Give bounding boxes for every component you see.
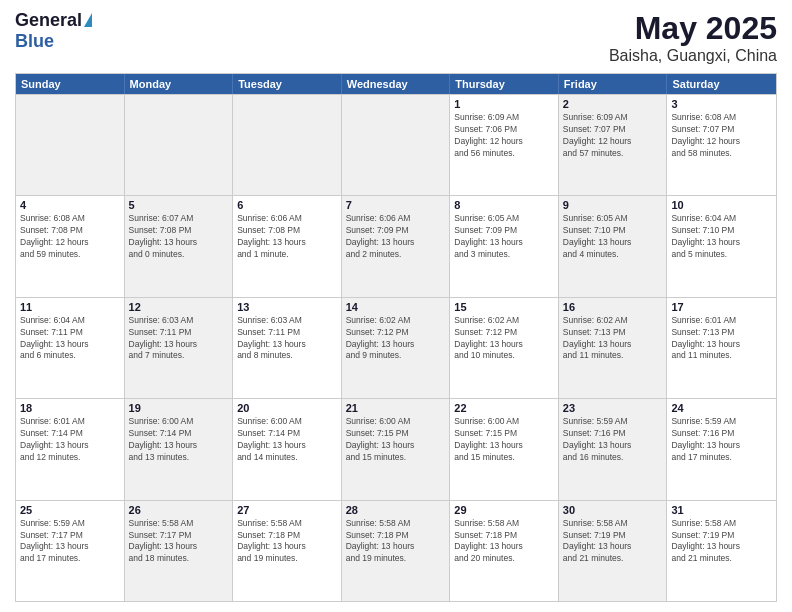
calendar-cell: 16Sunrise: 6:02 AM Sunset: 7:13 PM Dayli…: [559, 298, 668, 398]
calendar-cell: [233, 95, 342, 195]
day-number: 1: [454, 98, 554, 110]
day-number: 31: [671, 504, 772, 516]
calendar: SundayMondayTuesdayWednesdayThursdayFrid…: [15, 73, 777, 602]
calendar-cell: 25Sunrise: 5:59 AM Sunset: 7:17 PM Dayli…: [16, 501, 125, 601]
calendar-cell: [342, 95, 451, 195]
cell-info: Sunrise: 6:02 AM Sunset: 7:12 PM Dayligh…: [454, 315, 554, 363]
weekday-header: Wednesday: [342, 74, 451, 94]
weekday-header: Sunday: [16, 74, 125, 94]
day-number: 5: [129, 199, 229, 211]
calendar-row: 18Sunrise: 6:01 AM Sunset: 7:14 PM Dayli…: [16, 398, 776, 499]
calendar-cell: 23Sunrise: 5:59 AM Sunset: 7:16 PM Dayli…: [559, 399, 668, 499]
cell-info: Sunrise: 6:06 AM Sunset: 7:09 PM Dayligh…: [346, 213, 446, 261]
calendar-row: 1Sunrise: 6:09 AM Sunset: 7:06 PM Daylig…: [16, 94, 776, 195]
weekday-header: Thursday: [450, 74, 559, 94]
cell-info: Sunrise: 6:05 AM Sunset: 7:10 PM Dayligh…: [563, 213, 663, 261]
day-number: 11: [20, 301, 120, 313]
cell-info: Sunrise: 6:09 AM Sunset: 7:07 PM Dayligh…: [563, 112, 663, 160]
day-number: 27: [237, 504, 337, 516]
cell-info: Sunrise: 6:09 AM Sunset: 7:06 PM Dayligh…: [454, 112, 554, 160]
cell-info: Sunrise: 6:00 AM Sunset: 7:14 PM Dayligh…: [129, 416, 229, 464]
calendar-cell: 28Sunrise: 5:58 AM Sunset: 7:18 PM Dayli…: [342, 501, 451, 601]
day-number: 2: [563, 98, 663, 110]
calendar-cell: 18Sunrise: 6:01 AM Sunset: 7:14 PM Dayli…: [16, 399, 125, 499]
calendar-row: 4Sunrise: 6:08 AM Sunset: 7:08 PM Daylig…: [16, 195, 776, 296]
calendar-cell: 5Sunrise: 6:07 AM Sunset: 7:08 PM Daylig…: [125, 196, 234, 296]
cell-info: Sunrise: 6:02 AM Sunset: 7:12 PM Dayligh…: [346, 315, 446, 363]
day-number: 4: [20, 199, 120, 211]
cell-info: Sunrise: 6:00 AM Sunset: 7:14 PM Dayligh…: [237, 416, 337, 464]
calendar-cell: 24Sunrise: 5:59 AM Sunset: 7:16 PM Dayli…: [667, 399, 776, 499]
cell-info: Sunrise: 6:04 AM Sunset: 7:10 PM Dayligh…: [671, 213, 772, 261]
calendar-cell: [125, 95, 234, 195]
day-number: 3: [671, 98, 772, 110]
title-block: May 2025 Baisha, Guangxi, China: [609, 10, 777, 65]
day-number: 16: [563, 301, 663, 313]
calendar-cell: 10Sunrise: 6:04 AM Sunset: 7:10 PM Dayli…: [667, 196, 776, 296]
day-number: 28: [346, 504, 446, 516]
calendar-cell: [16, 95, 125, 195]
day-number: 14: [346, 301, 446, 313]
cell-info: Sunrise: 6:04 AM Sunset: 7:11 PM Dayligh…: [20, 315, 120, 363]
main-title: May 2025: [609, 10, 777, 47]
cell-info: Sunrise: 5:59 AM Sunset: 7:16 PM Dayligh…: [563, 416, 663, 464]
cell-info: Sunrise: 5:58 AM Sunset: 7:19 PM Dayligh…: [563, 518, 663, 566]
day-number: 20: [237, 402, 337, 414]
cell-info: Sunrise: 6:03 AM Sunset: 7:11 PM Dayligh…: [129, 315, 229, 363]
cell-info: Sunrise: 5:59 AM Sunset: 7:17 PM Dayligh…: [20, 518, 120, 566]
weekday-header: Tuesday: [233, 74, 342, 94]
day-number: 19: [129, 402, 229, 414]
calendar-cell: 29Sunrise: 5:58 AM Sunset: 7:18 PM Dayli…: [450, 501, 559, 601]
calendar-cell: 31Sunrise: 5:58 AM Sunset: 7:19 PM Dayli…: [667, 501, 776, 601]
calendar-cell: 15Sunrise: 6:02 AM Sunset: 7:12 PM Dayli…: [450, 298, 559, 398]
cell-info: Sunrise: 6:07 AM Sunset: 7:08 PM Dayligh…: [129, 213, 229, 261]
day-number: 29: [454, 504, 554, 516]
calendar-cell: 9Sunrise: 6:05 AM Sunset: 7:10 PM Daylig…: [559, 196, 668, 296]
calendar-cell: 3Sunrise: 6:08 AM Sunset: 7:07 PM Daylig…: [667, 95, 776, 195]
calendar-cell: 20Sunrise: 6:00 AM Sunset: 7:14 PM Dayli…: [233, 399, 342, 499]
subtitle: Baisha, Guangxi, China: [609, 47, 777, 65]
cell-info: Sunrise: 6:02 AM Sunset: 7:13 PM Dayligh…: [563, 315, 663, 363]
cell-info: Sunrise: 6:01 AM Sunset: 7:13 PM Dayligh…: [671, 315, 772, 363]
day-number: 22: [454, 402, 554, 414]
calendar-cell: 6Sunrise: 6:06 AM Sunset: 7:08 PM Daylig…: [233, 196, 342, 296]
cell-info: Sunrise: 6:05 AM Sunset: 7:09 PM Dayligh…: [454, 213, 554, 261]
day-number: 6: [237, 199, 337, 211]
cell-info: Sunrise: 6:08 AM Sunset: 7:08 PM Dayligh…: [20, 213, 120, 261]
calendar-cell: 22Sunrise: 6:00 AM Sunset: 7:15 PM Dayli…: [450, 399, 559, 499]
cell-info: Sunrise: 6:03 AM Sunset: 7:11 PM Dayligh…: [237, 315, 337, 363]
cell-info: Sunrise: 6:00 AM Sunset: 7:15 PM Dayligh…: [346, 416, 446, 464]
calendar-cell: 11Sunrise: 6:04 AM Sunset: 7:11 PM Dayli…: [16, 298, 125, 398]
day-number: 30: [563, 504, 663, 516]
day-number: 10: [671, 199, 772, 211]
weekday-header: Saturday: [667, 74, 776, 94]
day-number: 7: [346, 199, 446, 211]
cell-info: Sunrise: 5:58 AM Sunset: 7:18 PM Dayligh…: [454, 518, 554, 566]
calendar-cell: 26Sunrise: 5:58 AM Sunset: 7:17 PM Dayli…: [125, 501, 234, 601]
weekday-header: Monday: [125, 74, 234, 94]
day-number: 24: [671, 402, 772, 414]
calendar-cell: 2Sunrise: 6:09 AM Sunset: 7:07 PM Daylig…: [559, 95, 668, 195]
cell-info: Sunrise: 6:00 AM Sunset: 7:15 PM Dayligh…: [454, 416, 554, 464]
page: General Blue May 2025 Baisha, Guangxi, C…: [0, 0, 792, 612]
calendar-body: 1Sunrise: 6:09 AM Sunset: 7:06 PM Daylig…: [16, 94, 776, 601]
calendar-row: 25Sunrise: 5:59 AM Sunset: 7:17 PM Dayli…: [16, 500, 776, 601]
logo-general: General: [15, 10, 82, 31]
day-number: 15: [454, 301, 554, 313]
calendar-cell: 21Sunrise: 6:00 AM Sunset: 7:15 PM Dayli…: [342, 399, 451, 499]
day-number: 25: [20, 504, 120, 516]
day-number: 13: [237, 301, 337, 313]
weekday-header: Friday: [559, 74, 668, 94]
calendar-cell: 30Sunrise: 5:58 AM Sunset: 7:19 PM Dayli…: [559, 501, 668, 601]
calendar-header: SundayMondayTuesdayWednesdayThursdayFrid…: [16, 74, 776, 94]
calendar-cell: 14Sunrise: 6:02 AM Sunset: 7:12 PM Dayli…: [342, 298, 451, 398]
calendar-cell: 4Sunrise: 6:08 AM Sunset: 7:08 PM Daylig…: [16, 196, 125, 296]
calendar-cell: 8Sunrise: 6:05 AM Sunset: 7:09 PM Daylig…: [450, 196, 559, 296]
cell-info: Sunrise: 5:58 AM Sunset: 7:18 PM Dayligh…: [237, 518, 337, 566]
logo-blue: Blue: [15, 31, 54, 52]
cell-info: Sunrise: 5:58 AM Sunset: 7:17 PM Dayligh…: [129, 518, 229, 566]
cell-info: Sunrise: 5:59 AM Sunset: 7:16 PM Dayligh…: [671, 416, 772, 464]
cell-info: Sunrise: 6:01 AM Sunset: 7:14 PM Dayligh…: [20, 416, 120, 464]
cell-info: Sunrise: 5:58 AM Sunset: 7:18 PM Dayligh…: [346, 518, 446, 566]
day-number: 26: [129, 504, 229, 516]
